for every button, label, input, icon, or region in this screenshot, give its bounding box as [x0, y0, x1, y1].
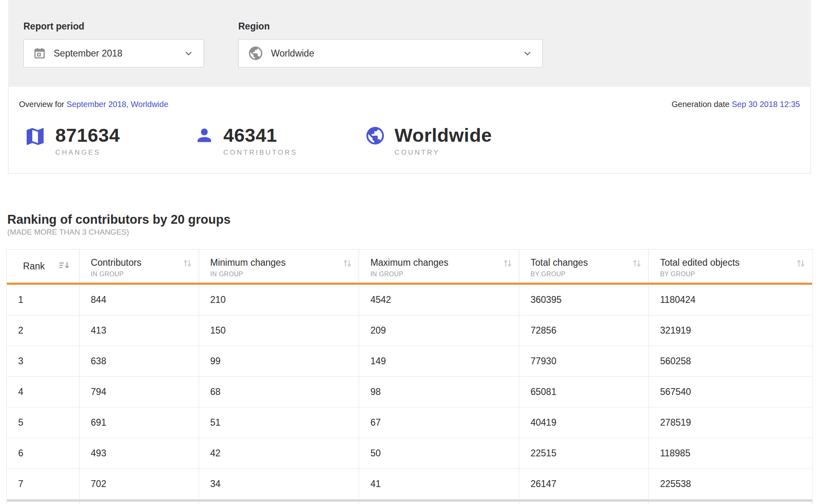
table-cell: 210: [199, 285, 359, 315]
sort-updown-icon[interactable]: [182, 258, 193, 271]
region-value: Worldwide: [271, 48, 314, 59]
table-row: 3 638 99 149 77930 560258: [7, 346, 812, 377]
region-dropdown[interactable]: Worldwide: [238, 39, 543, 67]
region-label: Region: [238, 21, 543, 32]
report-period-value: September 2018: [54, 48, 122, 59]
table-cell: 567540: [649, 377, 812, 407]
contributors-label: CONTRIBUTORS: [223, 149, 298, 157]
person-icon: [194, 125, 214, 145]
table-cell: 1: [7, 285, 80, 315]
table-cell: 118985: [649, 438, 812, 468]
stat-contributors: 46341 CONTRIBUTORS: [194, 125, 365, 157]
column-header-contributors[interactable]: Contributors IN GROUP: [80, 250, 199, 283]
report-period-group: Report period September 2018: [23, 21, 204, 87]
calendar-icon: [33, 46, 46, 60]
column-label: Maximum changes: [370, 257, 519, 268]
country-value: Worldwide: [395, 125, 492, 145]
overview-prefix: Overview for: [19, 100, 64, 109]
column-label: Minimum changes: [210, 257, 359, 268]
table-cell: 150: [199, 315, 359, 346]
sort-updown-icon[interactable]: [795, 258, 806, 271]
table-cell: 41: [359, 469, 519, 499]
table-cell: 225538: [649, 469, 812, 499]
stat-changes: 871634 CHANGES: [24, 125, 194, 157]
table-cell: 794: [80, 377, 199, 407]
table-row-partial: [7, 502, 812, 504]
table-row: 7 702 34 41 26147 225538: [7, 469, 812, 500]
sort-updown-icon[interactable]: [502, 258, 513, 271]
globe-icon: [248, 45, 264, 61]
changes-value: 871634: [55, 125, 120, 145]
table-header-row: Rank Contributors IN GROUP Minimum chang…: [7, 250, 812, 285]
table-cell: 638: [80, 346, 199, 376]
table-cell: 4542: [359, 285, 519, 315]
table-cell: 209: [359, 315, 519, 346]
table-row: 4 794 68 98 65081 567540: [7, 377, 812, 407]
stat-country: Worldwide COUNTRY: [365, 125, 535, 157]
table-cell: 5: [7, 407, 80, 438]
table-cell: 99: [199, 346, 359, 376]
changes-label: CHANGES: [55, 149, 120, 157]
table-cell: 34: [199, 469, 359, 499]
column-label: Rank: [18, 261, 45, 271]
table-cell: 278519: [649, 407, 812, 438]
table-cell: 2: [7, 315, 80, 346]
country-label: COUNTRY: [395, 149, 492, 157]
table-cell: 691: [80, 407, 199, 438]
column-header-rank[interactable]: Rank: [7, 250, 80, 283]
column-sublabel: IN GROUP: [210, 271, 359, 278]
table-cell: 844: [80, 285, 199, 315]
table-cell: 321919: [649, 315, 812, 346]
report-period-label: Report period: [23, 21, 204, 32]
generation-date-link[interactable]: Sep 30 2018 12:35: [732, 100, 800, 109]
table-cell: 4: [7, 377, 80, 407]
sort-amount-down-icon[interactable]: [58, 260, 72, 273]
chevron-down-icon: [521, 47, 533, 59]
table-cell: 67: [359, 407, 519, 438]
generation-date: Generation date Sep 30 2018 12:35: [672, 100, 800, 109]
overview-scope: Overview for September 2018, Worldwide: [19, 100, 168, 109]
chevron-down-icon: [183, 47, 195, 59]
table-cell: 3: [7, 346, 80, 376]
filter-panel: Report period September 2018 Region: [8, 0, 811, 87]
table-cell: 413: [80, 315, 199, 346]
table-cell: 65081: [519, 377, 649, 407]
table-cell: 702: [80, 469, 199, 499]
overview-card: Overview for September 2018, Worldwide G…: [8, 87, 811, 174]
table-row: 6 493 42 50 22515 118985: [7, 438, 812, 469]
column-header-minimum-changes[interactable]: Minimum changes IN GROUP: [199, 250, 359, 283]
ranking-title: Ranking of contributors by 20 groups: [7, 212, 813, 227]
ranking-subtitle: (MADE MORE THAN 3 CHANGES): [7, 227, 813, 237]
table-cell: 493: [80, 438, 199, 468]
map-icon: [24, 125, 46, 148]
sort-updown-icon[interactable]: [342, 258, 353, 271]
column-header-total-edited-objects[interactable]: Total edited objects BY GROUP: [649, 250, 812, 283]
column-header-maximum-changes[interactable]: Maximum changes IN GROUP: [359, 250, 519, 283]
table-row: 2 413 150 209 72856 321919: [7, 315, 812, 346]
column-sublabel: IN GROUP: [370, 271, 519, 278]
globe-icon: [365, 125, 386, 146]
ranking-table: Rank Contributors IN GROUP Minimum chang…: [6, 249, 813, 504]
table-cell: 77930: [519, 346, 649, 376]
column-label: Total changes: [531, 257, 649, 268]
report-period-dropdown[interactable]: September 2018: [23, 39, 204, 67]
table-cell: 149: [359, 346, 519, 376]
column-sublabel: BY GROUP: [660, 271, 812, 278]
table-cell: 1180424: [649, 285, 812, 315]
table-cell: 51: [199, 407, 359, 438]
stats-row: 871634 CHANGES 46341 CONTRIBUTORS Worldw…: [19, 125, 800, 157]
table-cell: 42: [199, 438, 359, 468]
table-cell: 7: [7, 469, 80, 499]
table-row: 1 844 210 4542 360395 1180424: [7, 285, 812, 315]
overview-scope-link[interactable]: September 2018, Worldwide: [67, 100, 168, 109]
column-sublabel: BY GROUP: [531, 271, 649, 278]
table-cell: 360395: [519, 285, 649, 315]
table-cell: 50: [359, 438, 519, 468]
table-cell: 98: [359, 377, 519, 407]
table-cell: 560258: [649, 346, 812, 376]
column-header-total-changes[interactable]: Total changes BY GROUP: [519, 250, 649, 283]
table-cell: 26147: [519, 469, 649, 499]
region-group: Region Worldwide: [238, 21, 543, 87]
table-cell: 72856: [519, 315, 649, 346]
sort-updown-icon[interactable]: [631, 258, 643, 271]
